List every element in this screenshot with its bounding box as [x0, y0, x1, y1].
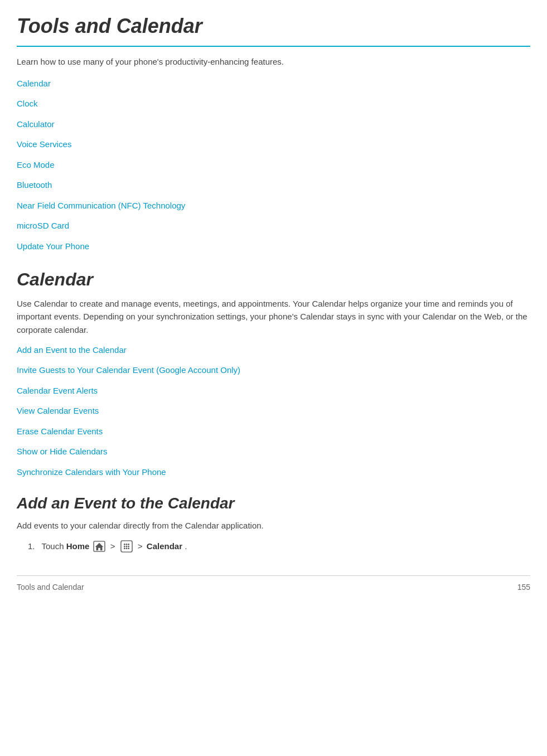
home-label: Home	[66, 541, 90, 551]
calendar-description: Use Calendar to create and manage events…	[17, 297, 530, 336]
toc-link-microsd[interactable]: microSD Card	[17, 220, 530, 232]
add-event-title: Add an Event to the Calendar	[17, 492, 530, 515]
subsection-link-show-hide[interactable]: Show or Hide Calendars	[17, 445, 530, 458]
svg-point-3	[124, 544, 125, 545]
svg-point-8	[128, 545, 129, 547]
subsection-link-add-event[interactable]: Add an Event to the Calendar	[17, 344, 530, 357]
toc-link-clock[interactable]: Clock	[17, 98, 530, 110]
calendar-label: Calendar	[147, 541, 182, 551]
arrow-1: >	[110, 541, 118, 551]
touch-label: Touch	[42, 541, 66, 551]
subsection-link-invite-guests[interactable]: Invite Guests to Your Calendar Event (Go…	[17, 364, 530, 377]
arrow-2: >	[138, 541, 145, 551]
step-1-text: Touch Home > > Calend	[42, 540, 187, 553]
intro-text: Learn how to use many of your phone's pr…	[17, 56, 530, 69]
svg-point-10	[125, 547, 127, 549]
svg-marker-1	[95, 542, 103, 550]
subsection-link-erase-events[interactable]: Erase Calendar Events	[17, 425, 530, 438]
subsection-link-view-events[interactable]: View Calendar Events	[17, 405, 530, 418]
steps-list: 1. Touch Home > >	[28, 540, 530, 553]
svg-point-4	[125, 544, 127, 545]
toc-link-calendar[interactable]: Calendar	[17, 77, 530, 90]
svg-point-9	[124, 547, 125, 549]
apps-icon	[120, 540, 133, 553]
add-event-description: Add events to your calendar directly fro…	[17, 520, 530, 532]
title-divider	[17, 46, 530, 47]
step-1-number: 1.	[28, 540, 35, 553]
home-icon	[93, 541, 105, 552]
svg-point-5	[128, 544, 129, 545]
toc-link-eco-mode[interactable]: Eco Mode	[17, 159, 530, 172]
svg-point-11	[128, 547, 129, 549]
page-footer: Tools and Calendar 155	[17, 575, 530, 593]
period: .	[185, 541, 187, 551]
subsection-link-event-alerts[interactable]: Calendar Event Alerts	[17, 385, 530, 398]
calendar-section-title: Calendar	[17, 266, 530, 293]
toc-link-voice-services[interactable]: Voice Services	[17, 138, 530, 151]
toc-link-nfc[interactable]: Near Field Communication (NFC) Technolog…	[17, 200, 530, 212]
toc-link-bluetooth[interactable]: Bluetooth	[17, 179, 530, 192]
svg-point-6	[124, 545, 125, 547]
page-title: Tools and Calendar	[17, 11, 530, 41]
toc-link-update[interactable]: Update Your Phone	[17, 240, 530, 253]
footer-page-number: 155	[517, 581, 530, 593]
subsection-link-sync[interactable]: Synchronize Calendars with Your Phone	[17, 466, 530, 479]
footer-left-text: Tools and Calendar	[17, 581, 84, 593]
toc-link-calculator[interactable]: Calculator	[17, 118, 530, 131]
step-1: 1. Touch Home > >	[28, 540, 530, 553]
svg-point-7	[125, 545, 127, 547]
